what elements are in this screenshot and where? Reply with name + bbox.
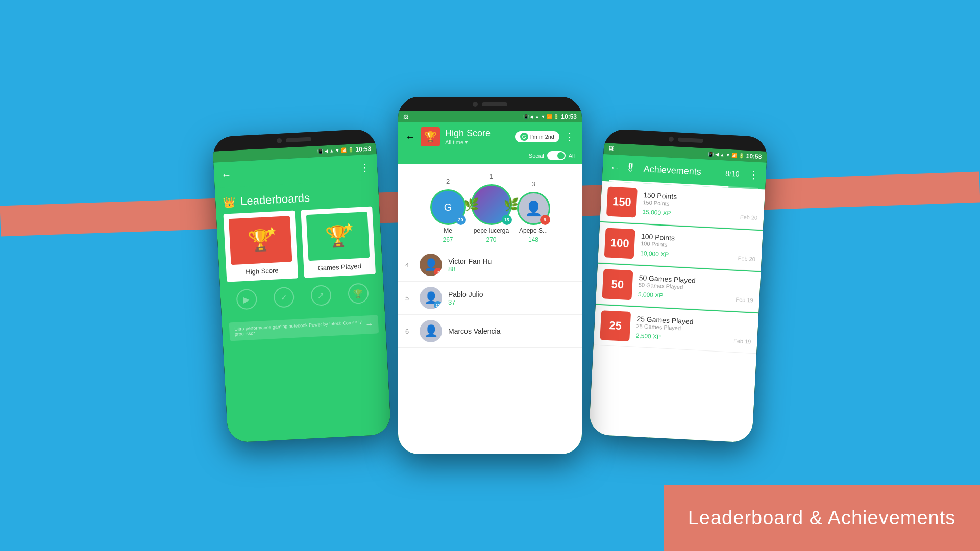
hs-title: High Score xyxy=(445,128,510,139)
screen-right: ← 🎖 Achievements 8/10 ⋮ 150 150 Points 1… xyxy=(589,154,766,443)
achieve-info-50: 50 Games Played 50 Games Played 5,000 XP… xyxy=(638,273,754,304)
lb-info-6: Marcos Valencia xyxy=(448,327,575,335)
podium-item-1: 1 🌿 🌿 15 pepe lucerga 270 xyxy=(471,172,512,243)
achieve-row-25: 25 25 Games Played 25 Games Played 2,500… xyxy=(594,305,759,354)
achieve-xp-100: 10,000 XP xyxy=(640,249,669,258)
podium-rank-3: 3 xyxy=(531,180,535,188)
achieve-list: 150 150 Points 150 Points 15,000 XP Feb … xyxy=(589,181,765,443)
back-icon-left[interactable]: ← xyxy=(221,168,232,181)
phone-top-bar-center xyxy=(398,97,582,111)
lb-rank-5: 5 xyxy=(405,294,413,302)
time-left: 10:53 xyxy=(355,145,371,153)
g-icon: G xyxy=(520,133,528,141)
social-label: Social xyxy=(529,153,544,159)
time-right: 10:53 xyxy=(746,153,762,161)
achieve-title: Achievements xyxy=(643,164,721,179)
all-label: All xyxy=(569,153,575,159)
leaderboard-list: 2 G 20 Me 267 1 🌿 🌿 xyxy=(398,164,582,454)
podium-rank-1: 1 xyxy=(489,172,493,180)
avatar-badge-apepe: 9 xyxy=(540,215,550,225)
podium-name-2: Me xyxy=(444,227,452,234)
back-icon-right[interactable]: ← xyxy=(609,161,620,173)
status-bar-center: 🖼 📳 ◀ ▲ ▼ 📶 🔋 10:53 xyxy=(398,111,582,122)
phone-right: 🖼 📳 ◀ ▲ ▼ 📶 🔋 10:53 ← 🎖 Achievements 8/1… xyxy=(589,129,768,443)
lb-card-gamesplayed[interactable]: 🏆 ⭐ Games Played xyxy=(301,207,376,278)
bottom-icons-row: ▶ ✓ ↗ 🏆 xyxy=(219,274,384,319)
achieve-date-150: Feb 20 xyxy=(740,214,758,221)
podium-score-2: 267 xyxy=(443,236,453,243)
lb-card-label-highscore: High Score xyxy=(246,266,279,276)
lb-name-5: Pablo Julio xyxy=(448,290,575,298)
highscore-app-bar: ← 🏆 High Score All time ▾ G I'm in 2nd xyxy=(398,122,582,151)
bottom-label-text: Leaderboard & Achievements xyxy=(688,507,956,529)
achieve-count: 8/10 xyxy=(725,169,740,178)
achieve-date-100: Feb 20 xyxy=(738,255,755,262)
podium-row: 2 G 20 Me 267 1 🌿 🌿 xyxy=(398,164,582,248)
social-toggle-row: Social All xyxy=(398,151,582,164)
lb-row-4: 4 👤 8 Victor Fan Hu 88 xyxy=(398,248,582,282)
hs-trophy-box: 🏆 xyxy=(421,127,440,146)
lb-card-icon-highscore: 🏆 ⭐ xyxy=(229,216,292,265)
podium-name-1: pepe lucerga xyxy=(474,227,509,234)
hs-title-col: High Score All time ▾ xyxy=(445,128,510,145)
dropdown-icon[interactable]: ▾ xyxy=(465,139,468,145)
lb-badge-4: 8 xyxy=(434,268,442,276)
podium-avatar-wrap-2: G 20 xyxy=(430,189,466,225)
more-icon-left[interactable]: ⋮ xyxy=(359,161,370,174)
hs-subtitle-text: All time xyxy=(445,139,463,145)
podium-avatar-wrap-1: 🌿 🌿 15 xyxy=(471,184,512,225)
achieve-icon-25: 25 xyxy=(600,310,631,341)
lb-info-5: Pablo Julio 37 xyxy=(448,290,575,306)
achieve-icon-100: 100 xyxy=(604,228,635,259)
phone-left: 📳 ◀ ▲ ▼ 📶 🔋 10:53 ← ⋮ 👑 Leaderboards 🏆 ⭐ xyxy=(212,129,391,443)
lb-info-4: Victor Fan Hu 88 xyxy=(448,257,575,273)
status-icons-left: 📳 ◀ ▲ ▼ 📶 🔋 xyxy=(317,147,354,154)
ribbon-icon: 🎖 xyxy=(625,162,635,174)
crown-icon: 👑 xyxy=(223,196,236,209)
time-center: 10:53 xyxy=(561,113,577,120)
lb-name-6: Marcos Valencia xyxy=(448,327,575,335)
lb-score-4: 88 xyxy=(448,265,575,273)
hs-bar-info: 🏆 High Score All time ▾ G I'm in 2nd xyxy=(421,127,559,146)
lb-name-4: Victor Fan Hu xyxy=(448,257,575,265)
lb-card-label-gamesplayed: Games Played xyxy=(317,262,361,272)
lb-card-highscore[interactable]: 🏆 ⭐ High Score xyxy=(224,210,299,282)
achieve-xp-25: 2,500 XP xyxy=(635,332,661,341)
achieve-xp-50: 5,000 XP xyxy=(638,291,664,299)
status-icons-right: 📳 ◀ ▲ ▼ 📶 🔋 xyxy=(708,152,744,159)
lb-avatar-img-6: 👤 xyxy=(420,320,442,342)
app-bar-title-left xyxy=(237,168,360,174)
phone-center: 🖼 📳 ◀ ▲ ▼ 📶 🔋 10:53 ← 🏆 High Score All t… xyxy=(398,97,582,454)
leaderboard-cards: 🏆 ⭐ High Score 🏆 ⭐ Games Played xyxy=(216,206,383,283)
achieve-info-100: 100 Points 100 Points 10,000 XP Feb 20 xyxy=(640,232,756,263)
ad-banner: Ultra performance gaming notebook Power … xyxy=(229,315,379,341)
lb-rank-4: 4 xyxy=(405,261,413,269)
lb-card-icon-gamesplayed: 🏆 ⭐ xyxy=(306,212,370,261)
ad-text: Ultra performance gaming notebook Power … xyxy=(234,320,365,337)
speaker-center xyxy=(482,102,507,106)
achieve-info-150: 150 Points 150 Points 15,000 XP Feb 20 xyxy=(642,191,758,221)
social-toggle[interactable] xyxy=(547,151,566,160)
more-icon-center[interactable]: ⋮ xyxy=(565,131,575,143)
speaker-left xyxy=(286,137,311,143)
badge-text: I'm in 2nd xyxy=(530,134,554,140)
lb-avatar-5: 👤 22 xyxy=(420,287,442,309)
lb-row-6: 6 👤 Marcos Valencia xyxy=(398,315,582,348)
achieve-info-25: 25 Games Played 25 Games Played 2,500 XP… xyxy=(635,315,752,345)
back-icon-center[interactable]: ← xyxy=(405,131,415,143)
more-icon-right[interactable]: ⋮ xyxy=(748,168,759,181)
play-icon: ▶ xyxy=(236,289,257,310)
camera-right xyxy=(669,137,674,142)
trophy-icon: 🏆 xyxy=(347,283,369,304)
podium-score-3: 148 xyxy=(528,236,538,243)
im-in-2nd-badge: G I'm in 2nd xyxy=(515,131,559,142)
achieve-date-25: Feb 19 xyxy=(733,338,751,345)
share-icon: ↗ xyxy=(310,285,332,306)
speaker-right xyxy=(678,138,703,143)
lb-avatar-6: 👤 xyxy=(420,320,442,342)
screen-center: ← 🏆 High Score All time ▾ G I'm in 2nd xyxy=(398,122,582,454)
lb-score-5: 37 xyxy=(448,298,575,306)
phones-wrapper: 📳 ◀ ▲ ▼ 📶 🔋 10:53 ← ⋮ 👑 Leaderboards 🏆 ⭐ xyxy=(0,0,980,551)
podium-item-3: 3 👤 9 Apepe S... 148 xyxy=(517,180,550,243)
camera-center xyxy=(473,102,478,107)
